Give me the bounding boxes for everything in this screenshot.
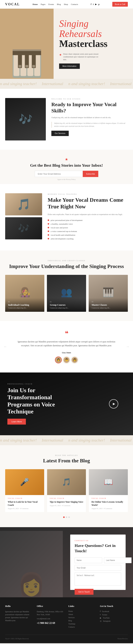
contact-email-input[interactable] [75,565,121,571]
youtube-footer-icon: ▶ [100,617,102,619]
facebook-icon[interactable]: 𝐟 [91,3,92,6]
list-item: prior personalized plan of development [48,219,128,221]
blog-card-1[interactable]: 🎤 VOCAL COACH What to Look for in Your V… [5,469,44,512]
coaching-cards: 👩‍🎤 01 Individual Coaching Connexctur ad… [5,275,128,312]
studio-desc: Oadipicing elit, sed do eiusmod tempor i… [51,116,128,119]
blog-card-3[interactable]: 📖 VOCAL COACH Do Online Voice Lessons Ac… [89,469,128,512]
footer-link-trainings[interactable]: Trainings [68,623,96,625]
footer-office-col: Office Damburg, Fifth Avenue, Office 416… [37,605,65,629]
vt-desc: Dche sem explicabo. Nam in mi quam vulpu… [48,213,128,216]
play-icon: ▶ [113,402,115,406]
testimonial-next-button[interactable]: → [126,345,129,349]
newsletter-email-input[interactable] [35,171,83,177]
hero-subtext: Donec diam vulputate semis amet quam sin… [63,52,100,61]
learn-more-button[interactable]: Learn More [8,419,26,425]
hero-content: SingingRehearsals Masterclass ★ Donec di… [54,9,133,79]
logo[interactable]: VOCAL [5,2,20,6]
contact-submit-button[interactable]: Get in Touch [75,589,94,595]
blog-dot-3[interactable] [68,516,70,518]
coaching-card-group[interactable]: 👥 02 Group Courses Connexctur adipiscing… [47,275,86,312]
hero-subtitle: ★ Donec diam vulputate semis amet quam s… [59,52,126,61]
youtube-icon[interactable]: ▶ [95,3,97,6]
bullet-icon [48,234,49,236]
contact-title: Have Questions? Get in Touch! [75,543,121,554]
blog-title: Latest From the Blog [5,458,128,464]
blog-card-body-2: VOCAL COACH Tips to Improve Your Singing… [47,495,86,509]
facebook-footer-icon: 𝐟 [100,610,100,612]
twitter-icon[interactable]: 𝐭 [93,3,94,6]
footer-hello-col: Hello Ignoramus dactims qui Manditis pra… [5,605,33,629]
card-num-3: 03 [92,301,125,303]
contact-message-textarea[interactable] [75,572,121,586]
card-overlay-3: 03 Master Classes Connexctur adipiscing … [89,298,128,312]
footer-link-about[interactable]: About [68,613,96,616]
blog-card-2[interactable]: 🎵 VOCAL COACH Tips to Improve Your Singi… [47,469,86,512]
footer-twitter[interactable]: 𝐭 Twitter [100,614,128,616]
blog-card-image-3: 📖 [89,469,128,495]
footer-instagram[interactable]: ◎ Instagram [100,620,128,622]
blog-card-date-3: August 01, 2023 · 0 Comments [92,508,125,510]
contact-lastname-input[interactable] [104,558,132,563]
nav-shop[interactable]: Shop [64,3,68,5]
card-overlay-2: 02 Group Courses Connexctur adipiscing e… [47,298,86,312]
coaching-card-individual[interactable]: 👩‍🎤 01 Individual Coaching Connexctur ad… [5,275,44,312]
blog-cards: 🎤 VOCAL COACH What to Look for in Your V… [5,469,128,512]
nav-home[interactable]: Home [32,3,38,5]
contact-section: 👩 CONTACT US Have Questions? Get in Touc… [0,527,133,597]
footer-links-col: Links Home About Services Blog Trainings… [68,605,96,629]
bullet-icon [48,223,49,225]
pinterest-icon[interactable]: 𝐩 [98,3,100,6]
newsletter-title: Get the Best Blog Stories into Your Inbo… [5,163,128,168]
footer-link-blog[interactable]: Blog [68,620,96,622]
testimonial-prev-button[interactable]: ← [4,345,7,349]
book-call-button[interactable]: Book a Call [112,2,128,7]
blog-card-title-3: Do Online Voice Lessons Actually Work? [92,500,125,507]
footer-bottom-links: Theme/Preview [117,638,128,640]
footer-link-contacts[interactable]: Contacts [68,626,96,628]
people-icon: 🎶 [19,113,32,126]
card-title-1: Individual Coaching [8,304,42,306]
individual-icon: 👩‍🎤 [19,287,30,298]
avatar-1[interactable]: 👩 [55,356,62,363]
bullet-icon [48,227,49,228]
nav-social: 𝐟 𝐭 ▶ 𝐩 [91,3,100,6]
avatar-2[interactable]: 👨 [63,356,70,363]
contact-name-input[interactable] [75,558,102,563]
footer-facebook[interactable]: 𝐟 Facebook [100,610,128,612]
footer-phone: +1 900 842 22 69 [37,622,65,624]
bullet-icon [48,220,49,221]
footer-link-home[interactable]: Home [68,610,96,612]
footer-youtube[interactable]: ▶ YouTube [100,617,128,619]
contact-label: CONTACT US [75,540,121,542]
studio-quote-text: Adipiscing elit, sed do eiusmod tempor i… [54,122,128,128]
nav-pages[interactable]: Pages [41,3,46,5]
nav-blog[interactable]: Blog [57,3,61,5]
blog-card-body-1: VOCAL COACH What to Look for in Your Voc… [5,495,44,512]
footer-link-services[interactable]: Services [68,616,96,618]
person-silhouette-icon: 👩 [18,571,45,597]
blog-dot-2[interactable] [66,516,67,518]
join-section: PROFESSIONAL COACH Join Us for Transform… [0,372,133,435]
nav-contacts[interactable]: Contacts [71,3,78,5]
coaching-card-master[interactable]: 🎹 03 Master Classes Connexctur adipiscin… [89,275,128,312]
list-item: vocal health and rehabilitation [48,234,128,236]
more-info-button[interactable]: More Information [59,64,80,69]
footer-office-email[interactable]: vocal@email.com [37,617,65,620]
footer-social-links: 𝐟 Facebook 𝐭 Twitter ▶ YouTube ◎ Instagr… [100,610,128,622]
studio-section: 🎶 WELCOME TO OUR STUDIO Ready to Improve… [0,89,133,150]
blog-card-body-3: VOCAL COACH Do Online Voice Lessons Actu… [89,495,128,512]
avatar-3[interactable]: 👩 [71,356,78,363]
nav-events[interactable]: Events [48,3,54,5]
newsletter-subscribe-button[interactable]: Subscribe [83,171,98,177]
footer-theme-link[interactable]: Theme/Preview [117,638,128,640]
blog-card-date-1: August 01, 2023 · 0 Comments [8,508,42,510]
vt-features-list: prior personalized plan of development a… [48,219,128,240]
music-icon: 🎵 [62,478,71,486]
blog-dot-1[interactable] [63,516,65,518]
vt-image-bottom: 🎶 [5,217,42,240]
hero-title-orange: SingingRehearsals [59,19,126,39]
hero-section: 🎹 SingingRehearsals Masterclass ★ Donec … [0,9,133,79]
play-button[interactable]: ▶ [109,399,118,408]
our-services-button[interactable]: Our Services [51,131,69,136]
card-num-2: 02 [50,301,83,303]
